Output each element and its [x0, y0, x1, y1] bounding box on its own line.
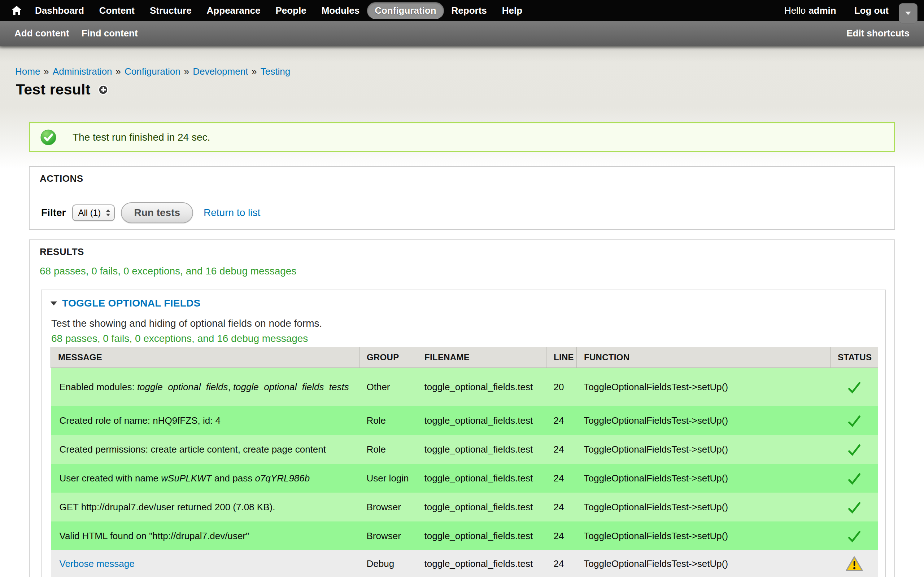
add-shortcut-button[interactable] [98, 84, 109, 95]
toolbar-menu: DashboardContentStructureAppearancePeopl… [27, 2, 530, 19]
collapse-caret-icon[interactable] [50, 301, 57, 305]
cell-filename: toggle_optional_fields.test [417, 406, 546, 435]
breadcrumb-separator: » [116, 66, 121, 77]
fieldset-summary: 68 passes, 0 fails, 0 exceptions, and 16… [51, 333, 876, 344]
status-message: The test run finished in 24 sec. [29, 122, 895, 152]
filter-select-value: All (1) [78, 208, 101, 218]
breadcrumb: Home»Administration»Configuration»Develo… [15, 46, 924, 77]
check-icon [847, 472, 861, 485]
check-icon [847, 381, 861, 394]
page-title: Test result [16, 81, 90, 98]
breadcrumb-separator: » [184, 66, 189, 77]
home-button[interactable] [7, 5, 27, 16]
cell-message: Created permissions: create article cont… [51, 435, 360, 464]
shortcut-find-content[interactable]: Find content [82, 28, 138, 39]
cell-status [830, 550, 878, 577]
table-row: Valid HTML found on "http://drupal7.dev/… [51, 521, 878, 550]
cell-filename: toggle_optional_fields.test [417, 435, 546, 464]
toolbar-item-structure[interactable]: Structure [142, 2, 199, 19]
table-row: User created with name wSuPLKWT and pass… [51, 464, 878, 493]
toolbar-right: Helloadmin Log out [784, 5, 917, 16]
table-row: Created role of name: nHQ9fFZS, id: 4Rol… [51, 406, 878, 435]
cell-function: ToggleOptionalFieldsTest->setUp() [577, 368, 830, 406]
cell-message: Valid HTML found on "http://drupal7.dev/… [51, 521, 360, 550]
cell-status [830, 521, 878, 550]
cell-function: ToggleOptionalFieldsTest->setUp() [577, 550, 830, 577]
shortcuts-list: Add contentFind content [15, 28, 150, 39]
toolbar-item-reports[interactable]: Reports [444, 2, 494, 19]
return-to-list-link[interactable]: Return to list [204, 207, 260, 219]
toolbar-item-dashboard[interactable]: Dashboard [27, 2, 92, 19]
column-header-group: GROUP [360, 347, 417, 368]
shortcuts-bar: Add contentFind content Edit shortcuts [0, 21, 924, 46]
verbose-message-link[interactable]: Verbose message [60, 558, 135, 569]
username: admin [809, 5, 836, 16]
breadcrumb-link-home[interactable]: Home [15, 66, 40, 77]
results-summary: 68 passes, 0 fails, 0 exceptions, and 16… [40, 266, 884, 277]
cell-line: 24 [546, 493, 577, 521]
fieldset-legend-link[interactable]: TOGGLE OPTIONAL FIELDS [62, 298, 201, 309]
cell-filename: toggle_optional_fields.test [417, 464, 546, 493]
fieldset-description: Test the showing and hiding of optional … [51, 318, 876, 329]
cell-status [830, 493, 878, 521]
toolbar-item-configuration[interactable]: Configuration [367, 2, 444, 19]
column-header-status: STATUS [830, 347, 878, 368]
filter-select[interactable]: All (1) [72, 205, 115, 221]
logout-link[interactable]: Log out [855, 5, 888, 16]
toolbar-item-content[interactable]: Content [92, 2, 142, 19]
title-row: Test result [16, 81, 924, 98]
test-fieldset: TOGGLE OPTIONAL FIELDS Test the showing … [41, 290, 886, 577]
table-row: Enabled modules: toggle_optional_fields,… [51, 368, 878, 406]
cell-message: GET http://drupal7.dev/user returned 200… [51, 493, 360, 521]
message-italic-text: toggle_optional_fields_tests [233, 382, 349, 392]
check-icon [847, 415, 861, 428]
breadcrumb-link-configuration[interactable]: Configuration [124, 66, 181, 77]
cell-group: Other [360, 368, 417, 406]
table-row: GET http://drupal7.dev/user returned 200… [51, 493, 878, 521]
cell-filename: toggle_optional_fields.test [417, 550, 546, 577]
shortcut-add-content[interactable]: Add content [15, 28, 69, 39]
admin-toolbar: DashboardContentStructureAppearancePeopl… [0, 0, 924, 21]
cell-line: 20 [546, 368, 577, 406]
breadcrumb-link-administration[interactable]: Administration [53, 66, 112, 77]
cell-status [830, 435, 878, 464]
cell-function: ToggleOptionalFieldsTest->setUp() [577, 435, 830, 464]
toolbar-item-people[interactable]: People [268, 2, 313, 19]
check-icon [847, 530, 861, 543]
cell-filename: toggle_optional_fields.test [417, 521, 546, 550]
breadcrumb-separator: » [44, 66, 49, 77]
breadcrumb-link-testing[interactable]: Testing [261, 66, 290, 77]
results-table: MESSAGEGROUPFILENAMELINEFUNCTIONSTATUS E… [50, 347, 878, 577]
toolbar-toggle-button[interactable] [899, 3, 918, 23]
table-header-row: MESSAGEGROUPFILENAMELINEFUNCTIONSTATUS [51, 347, 878, 368]
breadcrumb-link-development[interactable]: Development [193, 66, 248, 77]
home-icon [11, 5, 23, 16]
results-table-body: Enabled modules: toggle_optional_fields,… [51, 368, 878, 577]
page-content: Home»Administration»Configuration»Develo… [0, 46, 924, 577]
cell-group: Role [360, 435, 417, 464]
cell-group: Debug [360, 550, 417, 577]
cell-function: ToggleOptionalFieldsTest->setUp() [577, 493, 830, 521]
cell-group: Browser [360, 493, 417, 521]
cell-filename: toggle_optional_fields.test [417, 493, 546, 521]
actions-heading: ACTIONS [40, 173, 884, 184]
check-icon [847, 501, 861, 514]
toolbar-item-help[interactable]: Help [494, 2, 530, 19]
message-italic-text: wSuPLKWT [161, 473, 212, 484]
cell-message: Created role of name: nHQ9fFZS, id: 4 [51, 406, 360, 435]
actions-panel: ACTIONS Filter All (1) Run tests Return … [29, 166, 895, 230]
cell-message: Verbose message [51, 550, 360, 577]
edit-shortcuts-link[interactable]: Edit shortcuts [846, 28, 909, 39]
breadcrumb-separator: » [252, 66, 257, 77]
toolbar-item-modules[interactable]: Modules [314, 2, 367, 19]
greeting-text: Helloadmin [784, 5, 836, 16]
filter-label: Filter [41, 207, 66, 219]
toolbar-item-appearance[interactable]: Appearance [199, 2, 268, 19]
table-row: Verbose messageDebugtoggle_optional_fiel… [51, 550, 878, 577]
cell-function: ToggleOptionalFieldsTest->setUp() [577, 521, 830, 550]
status-message-text: The test run finished in 24 sec. [73, 132, 210, 143]
run-tests-button[interactable]: Run tests [121, 202, 193, 223]
cell-line: 24 [546, 521, 577, 550]
plus-circle-icon [98, 84, 109, 95]
cell-line: 24 [546, 406, 577, 435]
